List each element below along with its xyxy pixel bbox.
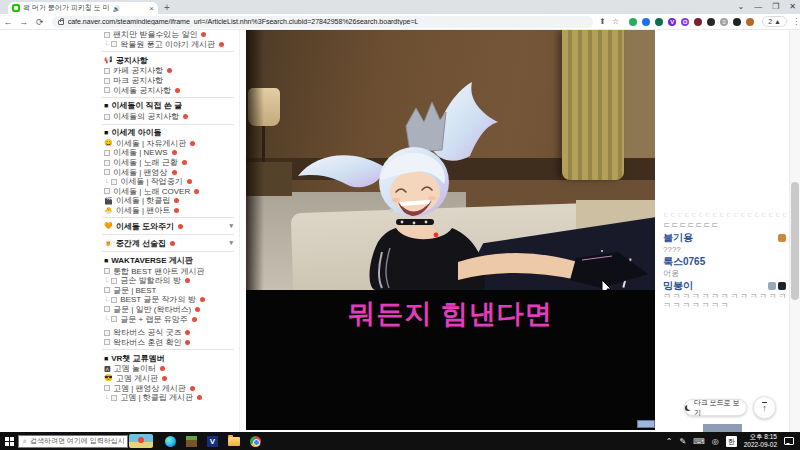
sidebar-header[interactable]: ■VR챗 교류멤버 — [100, 352, 239, 364]
clock-time: 오후 8:15 — [744, 433, 777, 441]
search-icon: ⌕ — [23, 437, 27, 445]
comment-author[interactable]: 밍붕이 — [663, 279, 788, 292]
sidebar-item[interactable]: └글문 + 랩문 유망주 — [100, 314, 239, 324]
sidebar-item[interactable]: └왁물원 퐁고 이야기 게시판 — [100, 40, 239, 50]
clock-date: 2022-09-02 — [744, 441, 777, 449]
keyboard-icon[interactable]: ⌨ — [693, 437, 705, 446]
board-checkbox-icon — [111, 278, 117, 284]
sidebar-header[interactable]: ■이세계 아이돌 — [100, 127, 239, 139]
ext-v-icon[interactable]: V — [668, 18, 676, 26]
board-checkbox-icon — [104, 78, 110, 84]
square-bullet-icon: ■ — [104, 102, 108, 109]
address-bar[interactable]: cafe.naver.com/steamindiegame/iframe_url… — [52, 16, 594, 28]
member-badge-icon — [778, 282, 786, 290]
board-checkbox-icon — [104, 268, 110, 274]
taskbar-clock[interactable]: 오후 8:15 2022-09-02 — [744, 433, 777, 449]
comment-author[interactable]: 불기용 — [663, 231, 788, 244]
ext-maroon-icon[interactable] — [694, 18, 702, 26]
square-bullet-icon: ■ — [104, 257, 108, 264]
browser-menu-icon[interactable]: ⋮ — [792, 17, 800, 26]
ime-indicator[interactable]: 한 — [726, 436, 737, 447]
stream-video[interactable]: 뭐든지 힘낸다면 — [246, 30, 655, 430]
comment-author[interactable]: 룩스0765 — [663, 255, 788, 268]
profile-chip[interactable]: 2 ▲ — [762, 16, 787, 27]
board-emoji-icon: 🍺 — [104, 239, 113, 247]
dark-mode-button[interactable]: 다크 모드로 보기 — [684, 399, 747, 416]
notification-icon[interactable] — [784, 437, 794, 445]
new-post-dot — [178, 224, 183, 229]
ext-o-icon[interactable]: O — [681, 18, 689, 26]
new-tab-button[interactable]: + — [164, 2, 170, 13]
board-checkbox-icon — [111, 297, 117, 303]
chevron-down-icon[interactable]: ▾ — [229, 222, 233, 230]
sidebar-item[interactable]: 🐣이세돌 | 팬아트 — [100, 206, 239, 216]
minecraft-icon[interactable] — [186, 436, 197, 447]
person-icon: ▲ — [774, 18, 781, 25]
chevron-down-icon[interactable]: ▾ — [229, 239, 233, 247]
comment-text: 어옹 — [663, 268, 788, 279]
sidebar-header[interactable]: ■WAKTAVERSE 게시판 — [100, 254, 239, 266]
windows-logo-icon — [5, 437, 14, 446]
speaker-tray-icon[interactable]: ◎ — [712, 437, 719, 446]
scrollbar-thumb[interactable] — [791, 182, 799, 300]
bookmark-star-icon[interactable]: ☆ — [612, 17, 619, 26]
sidebar-header[interactable]: 🍺중간계 선술집▾ — [100, 237, 239, 249]
restore-button[interactable]: ❐ — [772, 2, 779, 11]
page-scrollbar[interactable] — [789, 30, 800, 432]
board-label: 이세돌이 직접 쓴 글 — [111, 100, 182, 111]
scroll-to-top-button[interactable]: ↑ — [753, 396, 776, 419]
windows-taskbar: ⌕ 검색하려면 여기에 입력하십시 V ⌃ ✎ ⌨ ◎ 한 오후 8:15 20… — [0, 432, 800, 450]
file-explorer-icon[interactable] — [228, 437, 240, 446]
minimize-button[interactable]: — — [754, 2, 762, 11]
ext-green-icon[interactable] — [629, 18, 637, 26]
new-post-dot — [185, 340, 190, 345]
ext-bw-icon[interactable] — [733, 18, 741, 26]
board-checkbox-icon — [111, 316, 117, 322]
ext-teal-icon[interactable] — [655, 18, 663, 26]
sidebar-item[interactable]: └고멤 | 핫클립 게시판 — [100, 393, 239, 403]
sub-item-mark: └ — [104, 179, 108, 185]
speaker-icon: 🔊 — [113, 5, 121, 12]
new-post-dot — [162, 376, 167, 381]
ext-list-icon[interactable]: ≡ — [720, 18, 728, 26]
tray-expand-icon[interactable]: ⌃ — [666, 437, 673, 446]
back-button[interactable]: ← — [0, 17, 16, 27]
new-post-dot — [197, 395, 202, 400]
chrome-icon[interactable] — [250, 436, 261, 447]
start-button[interactable] — [0, 437, 18, 446]
sub-item-mark: └ — [104, 297, 108, 303]
ext-blue-icon[interactable] — [642, 18, 650, 26]
cafe-favicon — [12, 4, 20, 12]
new-post-dot — [185, 330, 190, 335]
profile-count: 2 — [768, 18, 772, 25]
tab-close-icon[interactable]: × — [149, 4, 154, 13]
forward-button[interactable]: → — [16, 17, 32, 27]
taskbar-search-input[interactable]: ⌕ 검색하려면 여기에 입력하십시 — [18, 435, 128, 448]
board-emoji-icon: 🧡 — [104, 222, 113, 230]
board-checkbox-icon — [111, 41, 117, 47]
board-emoji-icon: 😎 — [104, 374, 113, 382]
tab-search-icon[interactable]: ⌄ — [737, 2, 744, 11]
sidebar-header[interactable]: ■이세돌이 직접 쓴 글 — [100, 100, 239, 112]
weather-widget-icon[interactable] — [129, 434, 153, 448]
close-button[interactable]: ✕ — [789, 2, 796, 11]
comments-panel: ㄷㄷㄷㄷㄷㄷㄷㄷㄷㄷㄷㄷㄷㄷㄷㄷㄷㄷㄷㄷㄷㄷㄷㄷㄷㄷㄷㄷㄷㄷㄷㄷㄷㄷㄷㄷㄷ불기용… — [663, 30, 788, 432]
pen-icon[interactable]: ✎ — [680, 437, 687, 446]
board-checkbox-icon — [104, 160, 110, 166]
board-label: 글문 + 랩문 유망주 — [120, 314, 187, 325]
sidebar-item[interactable]: 이세돌의 공지사항 — [100, 112, 239, 122]
edge-icon[interactable] — [165, 436, 176, 447]
sidebar-header[interactable]: 📢공지사항 — [100, 54, 239, 66]
sidebar-item[interactable]: 왁타버스 훈련 확인 — [100, 337, 239, 347]
sidebar-item[interactable]: 이세돌 공지사항 — [100, 85, 239, 95]
v-app-icon[interactable]: V — [207, 436, 218, 447]
share-icon[interactable]: ⬆ — [599, 17, 606, 26]
ext-avatar-icon[interactable] — [746, 18, 754, 26]
sidebar-header[interactable]: 🧡이세돌 도와주기▾ — [100, 220, 239, 232]
moon-icon — [685, 405, 691, 411]
board-checkbox-icon — [104, 32, 110, 38]
browser-tabstrip: 왁 머거 뭉어가 피키칭 도 미 🔊 × + ⌄ — ❐ ✕ — [0, 0, 800, 14]
browser-tab[interactable]: 왁 머거 뭉어가 피키칭 도 미 🔊 × — [8, 2, 158, 14]
refresh-button[interactable]: ⟳ — [32, 17, 48, 27]
ext-black-icon[interactable] — [707, 18, 715, 26]
